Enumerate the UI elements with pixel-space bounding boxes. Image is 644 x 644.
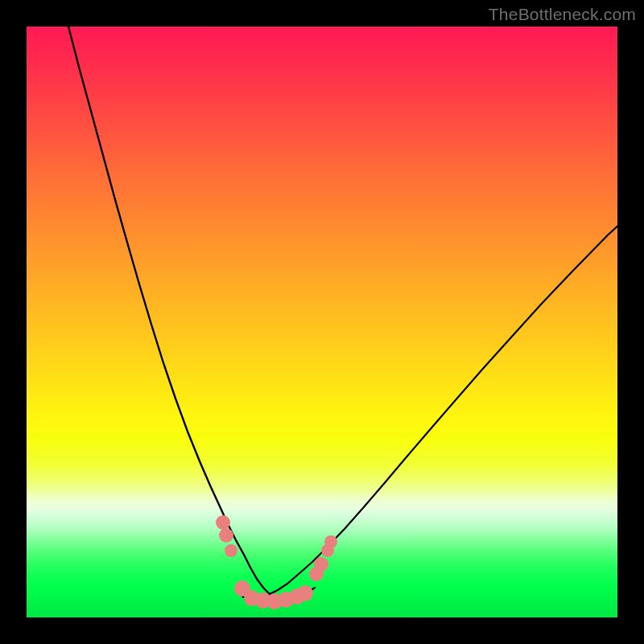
data-marker: [225, 544, 237, 557]
chart-svg: [27, 27, 617, 617]
left-curve: [68, 27, 270, 594]
plot-area: [27, 27, 617, 617]
data-marker: [219, 528, 233, 543]
right-curve: [270, 226, 617, 594]
data-marker: [297, 585, 313, 601]
watermark-text: TheBottleneck.com: [489, 5, 636, 24]
outer-frame: TheBottleneck.com: [0, 0, 644, 644]
marker-group: [216, 515, 337, 609]
data-marker: [324, 535, 337, 548]
data-marker: [216, 515, 230, 530]
data-marker: [314, 557, 328, 572]
